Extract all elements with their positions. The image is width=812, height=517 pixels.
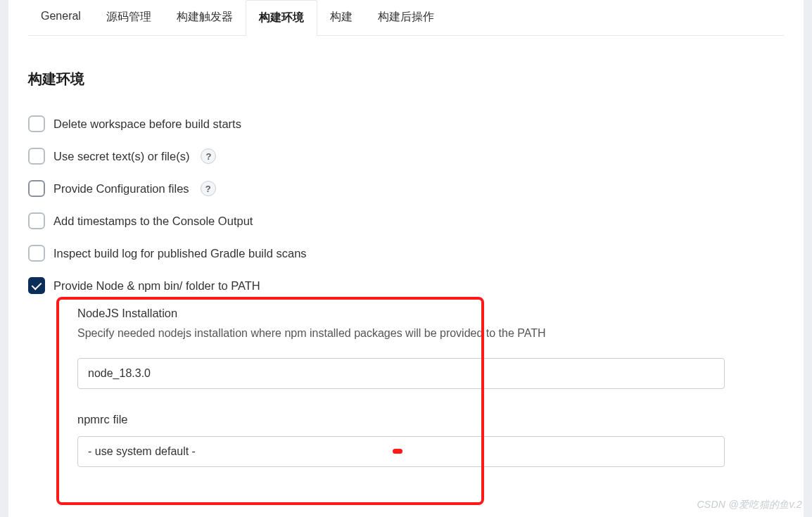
label-delete-workspace: Delete workspace before build starts (53, 117, 241, 131)
config-panel: General 源码管理 构建触发器 构建环境 构建 构建后操作 构建环境 De… (8, 0, 804, 517)
checkbox-delete-workspace[interactable] (28, 115, 45, 132)
option-timestamps: Add timestamps to the Console Output (28, 212, 784, 229)
tab-post-build[interactable]: 构建后操作 (365, 0, 447, 35)
checkbox-config-files[interactable] (28, 180, 45, 197)
node-path-settings: NodeJS Installation Specify needed nodej… (56, 304, 784, 467)
nodejs-install-desc: Specify needed nodejs installation where… (77, 327, 784, 340)
section-title: 构建环境 (28, 70, 784, 89)
label-use-secret: Use secret text(s) or file(s) (53, 150, 189, 163)
tab-build[interactable]: 构建 (317, 0, 365, 35)
checkbox-use-secret[interactable] (28, 148, 45, 165)
checkbox-node-path[interactable] (28, 277, 45, 294)
label-timestamps: Add timestamps to the Console Output (53, 215, 253, 228)
checkbox-timestamps[interactable] (28, 212, 45, 229)
npmrc-label: npmrc file (77, 413, 784, 426)
tab-build-env[interactable]: 构建环境 (246, 0, 317, 36)
label-node-path: Provide Node & npm bin/ folder to PATH (53, 279, 260, 293)
help-icon[interactable]: ? (201, 181, 216, 196)
tab-general[interactable]: General (28, 0, 94, 35)
label-gradle-scans: Inspect build log for published Gradle b… (53, 247, 307, 260)
tab-triggers[interactable]: 构建触发器 (164, 0, 246, 35)
nodejs-install-label: NodeJS Installation (77, 307, 784, 320)
option-node-path: Provide Node & npm bin/ folder to PATH (28, 277, 784, 294)
option-use-secret: Use secret text(s) or file(s) ? (28, 148, 784, 165)
tab-scm[interactable]: 源码管理 (94, 0, 164, 35)
option-gradle-scans: Inspect build log for published Gradle b… (28, 245, 784, 262)
option-config-files: Provide Configuration files ? (28, 180, 784, 197)
help-icon[interactable]: ? (201, 148, 216, 164)
tab-bar: General 源码管理 构建触发器 构建环境 构建 构建后操作 (28, 0, 784, 36)
build-env-section: 构建环境 Delete workspace before build start… (28, 36, 784, 467)
label-config-files: Provide Configuration files (53, 182, 189, 196)
nodejs-install-select[interactable]: node_18.3.0 (77, 358, 725, 389)
npmrc-select[interactable]: - use system default - (77, 436, 725, 467)
checkbox-gradle-scans[interactable] (28, 245, 45, 262)
option-delete-workspace: Delete workspace before build starts (28, 115, 784, 132)
